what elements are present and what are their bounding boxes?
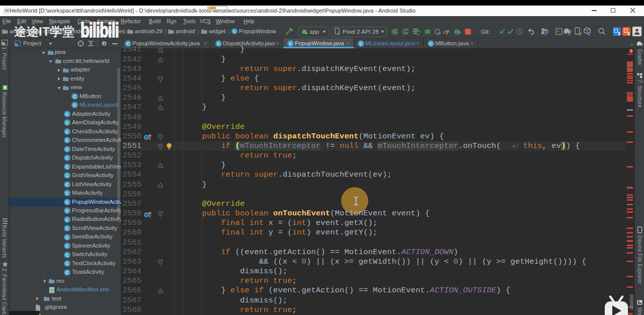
svg-text:C: C (65, 252, 69, 257)
svg-text:C: C (65, 138, 69, 143)
svg-text:C: C (65, 182, 69, 187)
svg-text:C: C (233, 29, 236, 34)
svg-text:C: C (65, 200, 69, 205)
svg-text:C: C (65, 261, 69, 266)
svg-text:C: C (73, 103, 76, 108)
svg-text:C: C (65, 217, 69, 222)
svg-text:C: C (65, 191, 69, 196)
svg-text:C: C (65, 244, 69, 249)
svg-text:C: C (65, 120, 69, 125)
svg-text:C: C (65, 208, 69, 213)
svg-text:C: C (65, 270, 69, 275)
svg-text:C: C (73, 94, 76, 99)
svg-text:C: C (65, 165, 69, 170)
svg-text:C: C (65, 155, 69, 161)
svg-text:A: A (404, 30, 408, 35)
svg-text:C: C (65, 112, 69, 117)
svg-text:C: C (65, 234, 69, 240)
svg-text:C: C (65, 129, 69, 134)
svg-text:C: C (65, 173, 69, 178)
svg-text:C: C (65, 226, 69, 231)
svg-text:C: C (65, 147, 69, 152)
